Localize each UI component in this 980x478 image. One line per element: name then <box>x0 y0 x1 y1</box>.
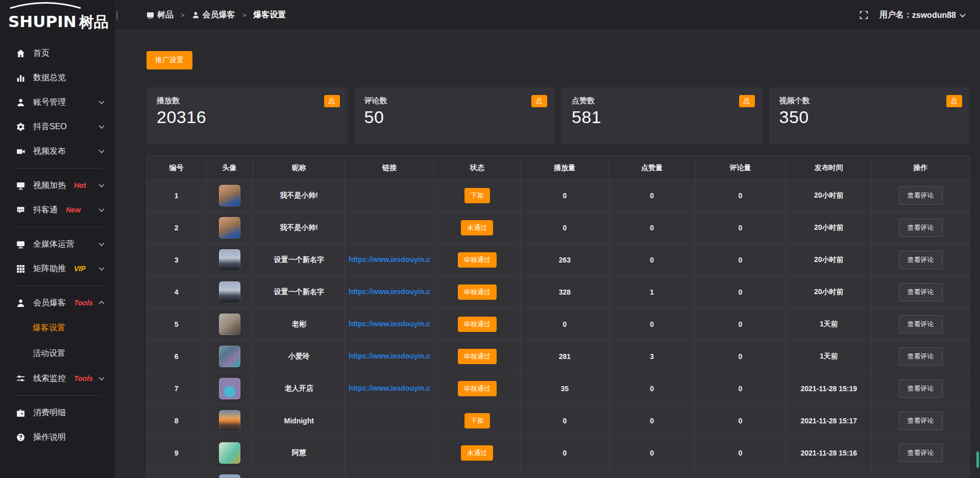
video-link[interactable]: https://www.iesdouyin.c <box>349 288 430 296</box>
cell-action: 查看评论 <box>872 373 970 405</box>
status-badge: 审核通过 <box>458 284 497 300</box>
sidebar-item-omni-media[interactable]: 全媒体运营 <box>0 232 115 256</box>
screen-icon <box>146 11 154 19</box>
user-menu[interactable]: 用户名： zswodun88 <box>879 10 965 20</box>
topbar: 树品 > 会员爆客 > 爆客设置 用户名： zswodun88 <box>115 0 980 31</box>
sidebar-item-data-overview[interactable]: 数据总览 <box>0 65 115 90</box>
sidebar-item-label: 消费明细 <box>33 408 66 418</box>
video-icon <box>15 146 26 156</box>
cell-id: 4 <box>147 276 206 308</box>
sidebar-item-douyin-seo[interactable]: 抖音SEO <box>0 114 115 139</box>
table-row: 4设置一个新名字https://www.iesdouyin.c审核通过32810… <box>147 276 970 308</box>
view-comments-button[interactable]: 查看评论 <box>899 219 943 237</box>
sidebar-item-home[interactable]: 首页 <box>0 41 115 65</box>
cell-id: 2 <box>147 212 206 244</box>
brand-logo-text-en: SHUPIN <box>8 14 77 30</box>
avatar-image <box>219 314 240 335</box>
cell-nickname: 我不是小帅! <box>253 180 345 212</box>
cell-plays: 281 <box>520 341 609 373</box>
cell-action: 查看评论 <box>872 437 970 469</box>
breadcrumb-item-root[interactable]: 树品 <box>157 10 174 20</box>
column-header: 发布时间 <box>786 156 872 180</box>
brand-logo-text-cn: 树品 <box>79 14 109 30</box>
column-header: 评论量 <box>695 156 786 180</box>
cell-nickname: 设置一个新名字 <box>253 244 345 276</box>
view-comments-button[interactable]: 查看评论 <box>899 315 943 333</box>
view-comments-button[interactable]: 查看评论 <box>899 379 943 398</box>
sidebar-item-tag: Tools <box>74 374 93 383</box>
cell-link-wrap: https://www.iesdouyin.c <box>345 308 434 341</box>
chevron-down-icon <box>960 11 965 17</box>
cell-comments: 0 <box>695 244 786 276</box>
brand-logo[interactable]: SHUPIN 树品 <box>0 0 115 33</box>
total-badge: 总 <box>531 95 547 107</box>
sidebar-item-video-publish[interactable]: 视频发布 <box>0 139 115 163</box>
sidebar-item-operation-guide[interactable]: 操作说明 <box>0 425 115 449</box>
cell-nickname: 设置一个新名字 <box>253 276 345 308</box>
chevron-down-icon <box>99 123 104 129</box>
cell-comments: 0 <box>695 341 786 373</box>
main-content: 推广设置 播放数20316总评论数50总点赞数581总视频个数350总 编号头像… <box>115 31 980 478</box>
sidebar-item-video-heating[interactable]: 视频加热Hot <box>0 173 115 198</box>
sidebar-item-label: 数据总览 <box>33 73 66 83</box>
cell-action <box>872 469 970 478</box>
view-comments-button[interactable]: 查看评论 <box>899 251 943 269</box>
cell-publish-time: 20小时前 <box>786 244 872 276</box>
sidebar-item-consume-detail[interactable]: 消费明细 <box>0 400 115 425</box>
chevron-down-icon <box>99 99 104 104</box>
screen-icon <box>15 180 26 190</box>
chat-icon <box>15 205 26 215</box>
avatar-image <box>219 442 240 464</box>
sidebar-divider <box>13 285 102 286</box>
cell-action: 查看评论 <box>872 405 970 437</box>
video-link[interactable]: https://www.iesdouyin.c <box>349 352 430 360</box>
cell-action: 查看评论 <box>872 276 970 308</box>
user-solid-icon <box>15 298 26 308</box>
cell-status: 下架 <box>434 180 520 212</box>
view-comments-button[interactable]: 查看评论 <box>899 347 943 366</box>
chevron-up-icon <box>99 301 104 306</box>
sidebar-item-member-baoke[interactable]: 会员爆客Tools <box>0 291 115 315</box>
sidebar-item-clue-monitor[interactable]: 线索监控Tools <box>0 366 115 391</box>
cell-id: 6 <box>147 341 206 373</box>
videos-table-wrap: 编号头像昵称链接状态播放量点赞量评论量发布时间操作 1我不是小帅!下架00020… <box>146 156 970 478</box>
column-header: 链接 <box>345 156 434 180</box>
sidebar-collapse-handle[interactable] <box>116 11 118 19</box>
cell-publish-time: 2021-11-28 15:17 <box>786 405 872 437</box>
view-comments-button[interactable]: 查看评论 <box>899 283 943 301</box>
table-row <box>147 469 970 478</box>
sidebar-item-activity-settings[interactable]: 活动设置 <box>0 341 115 366</box>
column-header: 状态 <box>434 156 520 180</box>
cell-likes: 0 <box>609 244 695 276</box>
scrollbar-thumb[interactable] <box>976 451 979 468</box>
sidebar-item-baoke-settings[interactable]: 爆客设置 <box>0 315 115 341</box>
cell-comments: 0 <box>695 212 786 244</box>
cell-avatar <box>206 405 253 437</box>
sidebar-item-account-management[interactable]: 账号管理 <box>0 90 115 114</box>
cell-publish-time: 2021-11-28 15:16 <box>786 437 872 469</box>
view-comments-button[interactable]: 查看评论 <box>899 444 943 462</box>
breadcrumb-item-parent[interactable]: 会员爆客 <box>203 10 235 20</box>
cell-link-wrap: https://www.iesdouyin.c <box>345 341 434 373</box>
monitor-icon <box>15 239 26 249</box>
cell-nickname: 老人开店 <box>253 373 345 405</box>
wallet-icon <box>15 408 26 418</box>
sidebar: SHUPIN 树品 首页数据总览账号管理抖音SEO视频发布视频加热Hot抖客通N… <box>0 0 115 478</box>
status-badge: 未通过 <box>461 220 493 235</box>
video-link[interactable]: https://www.iesdouyin.c <box>349 384 430 392</box>
view-comments-button[interactable]: 查看评论 <box>899 412 943 430</box>
sidebar-item-label: 会员爆客 <box>33 298 66 308</box>
column-header: 昵称 <box>253 156 345 180</box>
sidebar-item-matrix-boost[interactable]: 矩阵助推VIP <box>0 256 115 281</box>
video-link[interactable]: https://www.iesdouyin.c <box>349 320 430 328</box>
cell-plays: 35 <box>520 373 609 405</box>
fullscreen-icon[interactable] <box>860 11 868 19</box>
chevron-down-icon <box>99 375 104 380</box>
video-link[interactable]: https://www.iesdouyin.c <box>349 255 430 264</box>
promotion-settings-button[interactable]: 推广设置 <box>146 51 192 69</box>
sidebar-divider <box>13 168 102 169</box>
sidebar-item-label: 视频发布 <box>33 146 66 157</box>
view-comments-button[interactable]: 查看评论 <box>899 186 943 205</box>
sidebar-item-douketong[interactable]: 抖客通New <box>0 198 115 222</box>
cell-nickname <box>253 469 345 478</box>
